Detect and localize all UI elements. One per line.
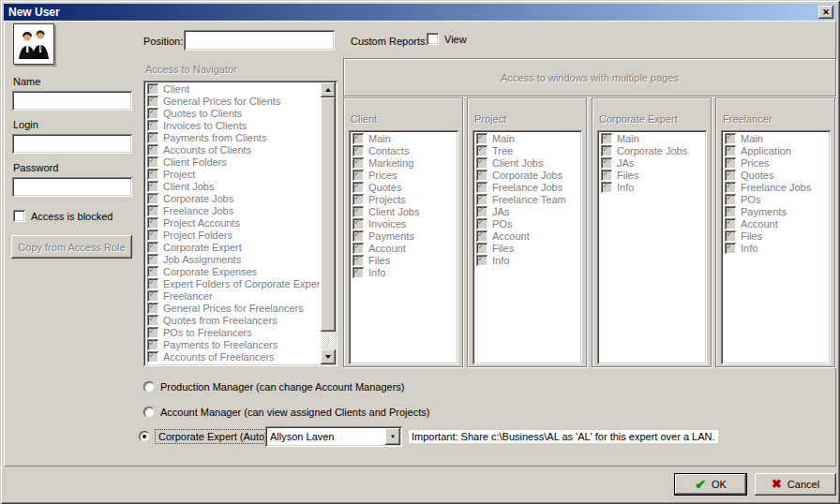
item-checkbox[interactable]: ✓ <box>476 243 488 254</box>
project-pages-list[interactable]: ✓ Main ✓ Tree ✓ Client Jobs ✓ Corporate … <box>472 130 582 364</box>
item-checkbox[interactable]: ✓ <box>601 145 612 156</box>
list-item[interactable]: ✓ Files <box>351 254 457 266</box>
item-checkbox[interactable]: ✓ <box>476 170 488 181</box>
radio-icon[interactable] <box>143 381 155 393</box>
item-checkbox[interactable]: ✓ <box>352 267 364 278</box>
radio-account-manager[interactable]: Account Manager (can view assigned Clien… <box>143 407 429 418</box>
copy-from-access-role-button[interactable]: Copy from Access Role <box>11 235 132 259</box>
list-item[interactable]: ✓ Payments to Freelancers <box>145 338 320 350</box>
list-item[interactable]: ✓ Invoices to Clients <box>145 119 320 131</box>
dropdown-button[interactable]: ▼ <box>385 428 400 445</box>
list-item[interactable]: ✓ Project <box>145 168 320 180</box>
access-blocked-row[interactable]: Access is blocked <box>13 210 112 222</box>
item-checkbox[interactable]: ✓ <box>725 182 736 193</box>
item-checkbox[interactable]: ✓ <box>352 243 364 254</box>
radio-selected-icon[interactable] <box>139 431 150 442</box>
list-item[interactable]: ✓ Payments <box>723 205 829 217</box>
item-checkbox[interactable]: ✓ <box>147 254 158 265</box>
item-checkbox[interactable]: ✓ <box>147 327 158 338</box>
item-checkbox[interactable]: ✓ <box>476 230 488 242</box>
list-item[interactable]: ✓ Main <box>474 132 580 144</box>
list-item[interactable]: ✓ Prices <box>351 169 457 181</box>
access-blocked-checkbox[interactable] <box>13 210 25 222</box>
list-item[interactable]: ✓ Client Folders <box>145 156 320 168</box>
item-checkbox[interactable]: ✓ <box>147 242 158 253</box>
scroll-down-button[interactable] <box>321 349 336 364</box>
item-checkbox[interactable]: ✓ <box>352 145 364 156</box>
list-item[interactable]: ✓ JAs <box>599 156 705 169</box>
list-item[interactable]: ✓ Info <box>474 254 580 266</box>
radio-production-manager[interactable]: Production Manager (can change Account M… <box>143 381 405 393</box>
list-item[interactable]: ✓ Files <box>723 230 829 242</box>
item-checkbox[interactable]: ✓ <box>725 194 736 205</box>
item-checkbox[interactable]: ✓ <box>725 157 736 169</box>
list-item[interactable]: ✓ Freelance Jobs <box>145 204 320 216</box>
item-checkbox[interactable]: ✓ <box>725 243 736 254</box>
list-item[interactable]: ✓ Client Jobs <box>351 205 457 217</box>
list-item[interactable]: ✓ Marketing <box>351 156 457 169</box>
list-item[interactable]: ✓ Freelance Jobs <box>723 181 829 193</box>
item-checkbox[interactable]: ✓ <box>147 108 158 119</box>
item-checkbox[interactable]: ✓ <box>476 145 488 156</box>
list-item[interactable]: ✓ Projects <box>351 193 457 205</box>
list-item[interactable]: ✓ General Prices for Clients <box>145 95 320 107</box>
password-input[interactable] <box>12 177 132 197</box>
item-checkbox[interactable]: ✓ <box>476 218 488 230</box>
list-item[interactable]: ✓ Job Assignments <box>145 253 320 265</box>
item-checkbox[interactable]: ✓ <box>725 206 736 217</box>
list-item[interactable]: ✓ Main <box>351 132 457 144</box>
list-item[interactable]: ✓ POs <box>723 193 829 205</box>
item-checkbox[interactable]: ✓ <box>725 145 736 156</box>
item-checkbox[interactable]: ✓ <box>725 170 736 181</box>
item-checkbox[interactable]: ✓ <box>147 120 158 131</box>
name-input[interactable] <box>12 91 132 111</box>
item-checkbox[interactable]: ✓ <box>147 169 158 180</box>
radio-corporate-expert-auto[interactable]: Corporate Expert (Auto) <box>139 430 271 443</box>
item-checkbox[interactable]: ✓ <box>352 218 364 230</box>
list-item[interactable]: ✓ Project Folders <box>145 229 320 241</box>
expert-combobox[interactable]: Allyson Laven ▼ <box>265 426 402 447</box>
list-item[interactable]: ✓ POs to Freelancers <box>145 326 320 338</box>
list-item[interactable]: ✓ JAs <box>474 205 580 217</box>
item-checkbox[interactable]: ✓ <box>147 230 158 241</box>
list-item[interactable]: ✓ General Prices for Freelancers <box>145 302 320 314</box>
item-checkbox[interactable]: ✓ <box>476 206 488 217</box>
item-checkbox[interactable]: ✓ <box>352 182 364 193</box>
view-checkbox[interactable] <box>427 33 439 45</box>
list-item[interactable]: ✓ Account <box>474 230 580 242</box>
freelancer-pages-list[interactable]: ✓ Main ✓ Application ✓ Prices ✓ Quotes <box>721 130 831 364</box>
list-item[interactable]: ✓ Payments from Clients <box>145 131 320 143</box>
item-checkbox[interactable]: ✓ <box>147 315 158 326</box>
item-checkbox[interactable]: ✓ <box>147 278 158 289</box>
list-item[interactable]: ✓ Freelance Jobs <box>474 181 580 193</box>
item-checkbox[interactable]: ✓ <box>352 230 364 242</box>
item-checkbox[interactable]: ✓ <box>147 181 158 192</box>
item-checkbox[interactable]: ✓ <box>147 351 158 363</box>
item-checkbox[interactable]: ✓ <box>352 194 364 205</box>
list-item[interactable]: ✓ Corporate Expert <box>145 241 320 253</box>
custom-reports-view-row[interactable]: View <box>427 33 467 45</box>
list-item[interactable]: ✓ Quotes from Freelancers <box>145 314 320 326</box>
item-checkbox[interactable]: ✓ <box>476 133 488 144</box>
item-checkbox[interactable]: ✓ <box>725 230 736 242</box>
item-checkbox[interactable]: ✓ <box>147 303 158 314</box>
scrollbar-thumb[interactable] <box>321 97 336 332</box>
list-item[interactable]: ✓ Info <box>351 266 457 278</box>
list-item[interactable]: ✓ Quotes <box>351 181 457 193</box>
list-item[interactable]: ✓ Payments <box>351 230 457 242</box>
cancel-button[interactable]: ✖ Cancel <box>755 473 836 496</box>
item-checkbox[interactable]: ✓ <box>476 182 488 193</box>
list-item[interactable]: ✓ Invoices <box>351 217 457 230</box>
corporate-expert-pages-list[interactable]: ✓ Main ✓ Corporate Jobs ✓ JAs ✓ Files <box>597 130 707 364</box>
scroll-up-button[interactable] <box>321 82 336 97</box>
list-item[interactable]: ✓ Freelancer <box>145 289 320 302</box>
list-item[interactable]: ✓ Corporate Jobs <box>599 144 705 156</box>
item-checkbox[interactable]: ✓ <box>147 217 158 229</box>
list-item[interactable]: ✓ Info <box>599 181 705 193</box>
item-checkbox[interactable]: ✓ <box>725 133 736 144</box>
list-item[interactable]: ✓ Quotes to Clients <box>145 107 320 119</box>
list-item[interactable]: ✓ Accounts of Clients <box>145 143 320 156</box>
item-checkbox[interactable]: ✓ <box>352 133 364 144</box>
item-checkbox[interactable]: ✓ <box>601 133 612 144</box>
item-checkbox[interactable]: ✓ <box>147 156 158 168</box>
